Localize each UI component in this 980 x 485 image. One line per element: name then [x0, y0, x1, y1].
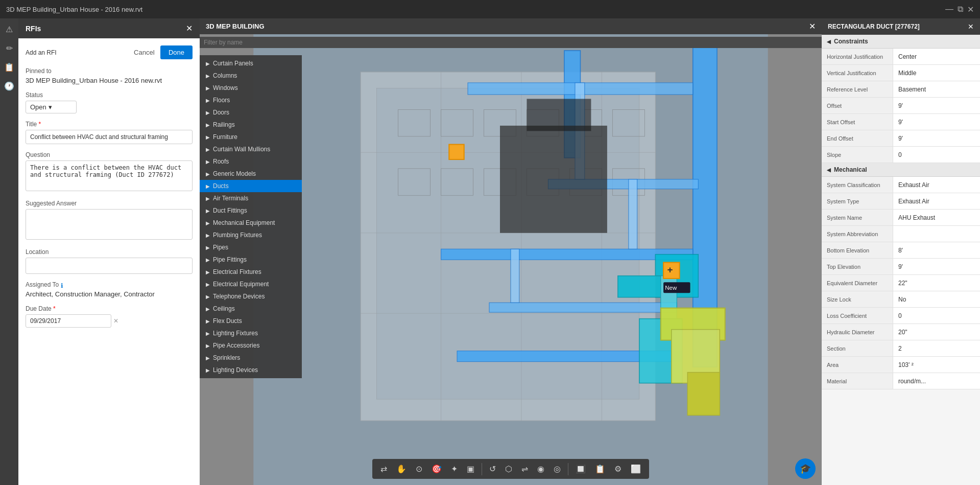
clear-date-button[interactable]: ✕	[113, 317, 118, 325]
question-input[interactable]: There is a conflict between the HVAC duc…	[26, 160, 193, 191]
title-bar: 3D MEP Building_Urban House - 2016 new.r…	[0, 0, 980, 18]
question-label: Question	[26, 151, 193, 158]
constraints-section-header[interactable]: ◀ Constraints	[822, 35, 980, 49]
pinned-to-label: Pinned to	[26, 67, 193, 75]
prop-value: round/m...	[893, 373, 980, 389]
document-icon[interactable]: 📋	[2, 60, 16, 74]
list-item[interactable]: ▶Curtain Wall Mullions	[200, 143, 302, 155]
done-button[interactable]: Done	[160, 45, 193, 59]
orbit-button[interactable]: ✦	[447, 461, 462, 477]
due-date-field: Due Date * ✕	[26, 305, 193, 328]
list-item[interactable]: ▶Lighting Fixtures	[200, 327, 302, 339]
isolate-button[interactable]: ◎	[549, 461, 565, 477]
list-item[interactable]: ▶Railings	[200, 119, 302, 131]
list-item[interactable]: ▶Flex Ducts	[200, 315, 302, 327]
section-arrow-icon: ◀	[827, 167, 831, 173]
prop-name: Area	[822, 357, 893, 373]
prop-name: Loss Coefficient	[822, 308, 893, 324]
view-cube-button[interactable]: ▣	[463, 461, 479, 477]
toolbar-separator-2	[568, 463, 568, 475]
filter-input[interactable]	[204, 39, 306, 46]
view-close-button[interactable]: ✕	[809, 21, 816, 31]
list-item[interactable]: ▶Air Terminals	[200, 192, 302, 204]
prop-name: Material	[822, 373, 893, 389]
prop-value: 0	[893, 308, 980, 324]
prop-row-bottom-elevation: Bottom Elevation 8'	[822, 242, 980, 259]
sync-button[interactable]: ↺	[485, 461, 500, 477]
status-value: Open	[30, 103, 46, 111]
title-input[interactable]	[26, 130, 193, 144]
assigned-to-label: Assigned To	[26, 281, 59, 288]
cancel-button[interactable]: Cancel	[134, 49, 154, 56]
prop-name: Bottom Elevation	[822, 242, 893, 258]
cursor-tool-button[interactable]: ⇄	[376, 461, 391, 477]
fullscreen-button[interactable]: ⬜	[627, 461, 645, 477]
list-item[interactable]: ▶Telephone Devices	[200, 290, 302, 303]
list-item[interactable]: ▶Mechanical Equipment	[200, 217, 302, 229]
list-item[interactable]: ▶Pipes	[200, 241, 302, 253]
list-item[interactable]: ▶Generic Models	[200, 168, 302, 180]
status-select[interactable]: Open ▾	[26, 101, 77, 113]
list-item[interactable]: ▶Windows	[200, 82, 302, 94]
list-item[interactable]: ▶Plumbing Fixtures	[200, 229, 302, 241]
mechanical-section-header[interactable]: ◀ Mechanical	[822, 163, 980, 177]
edit-icon[interactable]: ✏	[4, 41, 15, 55]
prop-name: System Abbreviation	[822, 226, 893, 242]
right-panel-title: RECTANGULAR DUCT [277672]	[828, 23, 920, 30]
list-item-ducts[interactable]: ▶Ducts	[200, 180, 302, 192]
maximize-button[interactable]: ⧉	[958, 5, 963, 14]
prop-name: End Offset	[822, 130, 893, 146]
close-app-button[interactable]: ✕	[967, 5, 974, 14]
list-item[interactable]: ▶Sprinklers	[200, 352, 302, 364]
measure-button[interactable]: ⬡	[501, 461, 516, 477]
due-date-input[interactable]	[26, 314, 111, 328]
list-item[interactable]: ▶Curtain Panels	[200, 57, 302, 70]
list-item[interactable]: ▶Columns	[200, 70, 302, 82]
prop-value: 22"	[893, 275, 980, 291]
prop-name: Slope	[822, 147, 893, 163]
assigned-to-field: Assigned To ℹ Architect, Construction Ma…	[26, 281, 193, 298]
clock-icon[interactable]: 🕐	[2, 79, 16, 93]
location-label: Location	[26, 248, 193, 256]
hide-button[interactable]: ◉	[533, 461, 548, 477]
prop-row-section: Section 2	[822, 340, 980, 357]
list-item[interactable]: ▶Electrical Equipment	[200, 278, 302, 290]
left-sidebar: ⚠ ✏ 📋 🕐	[0, 18, 18, 485]
minimize-button[interactable]: —	[945, 5, 953, 14]
prop-value: 9'	[893, 98, 980, 113]
section-box-button[interactable]: ⇌	[517, 461, 532, 477]
list-item[interactable]: ▶Electrical Fixtures	[200, 266, 302, 278]
title-bar-controls: — ⧉ ✕	[945, 5, 974, 14]
list-item[interactable]: ▶Ceilings	[200, 303, 302, 315]
settings-button[interactable]: ⚙	[610, 461, 626, 477]
warning-icon[interactable]: ⚠	[4, 22, 15, 36]
prop-name: Reference Level	[822, 81, 893, 97]
list-item[interactable]: ▶Pipe Fittings	[200, 253, 302, 266]
fab-button[interactable]: 🎓	[795, 458, 816, 479]
location-input[interactable]	[26, 258, 193, 274]
prop-value: No	[893, 291, 980, 307]
list-item[interactable]: ▶Floors	[200, 94, 302, 106]
left-panel-close-button[interactable]: ✕	[186, 24, 193, 33]
assigned-to-value: Architect, Construction Manager, Contrac…	[26, 290, 155, 298]
svg-rect-26	[489, 303, 677, 312]
right-panel-close-button[interactable]: ✕	[968, 22, 974, 31]
svg-rect-43	[500, 126, 607, 233]
list-item[interactable]: ▶Lighting Devices	[200, 364, 302, 376]
list-item[interactable]: ▶Pipe Accessories	[200, 339, 302, 352]
list-item[interactable]: ▶Duct Fittings	[200, 204, 302, 217]
info-icon: ℹ	[61, 282, 63, 289]
prop-name: Equivalent Diameter	[822, 275, 893, 291]
zoom-fit-button[interactable]: ⊙	[412, 461, 426, 477]
right-panel-body: ◀ Constraints Horizontal Justification C…	[822, 35, 980, 485]
view-settings-button[interactable]: 🔲	[571, 461, 590, 477]
list-item[interactable]: ▶Roofs	[200, 155, 302, 168]
properties-button[interactable]: 📋	[591, 461, 609, 477]
pan-tool-button[interactable]: ✋	[392, 461, 411, 477]
arrow-icon: ▶	[206, 73, 210, 79]
zoom-region-button[interactable]: 🎯	[427, 461, 446, 477]
view-title: 3D MEP BUILDING	[206, 22, 265, 30]
list-item[interactable]: ▶Furniture	[200, 131, 302, 143]
list-item[interactable]: ▶Doors	[200, 106, 302, 119]
suggested-answer-input[interactable]	[26, 209, 193, 240]
